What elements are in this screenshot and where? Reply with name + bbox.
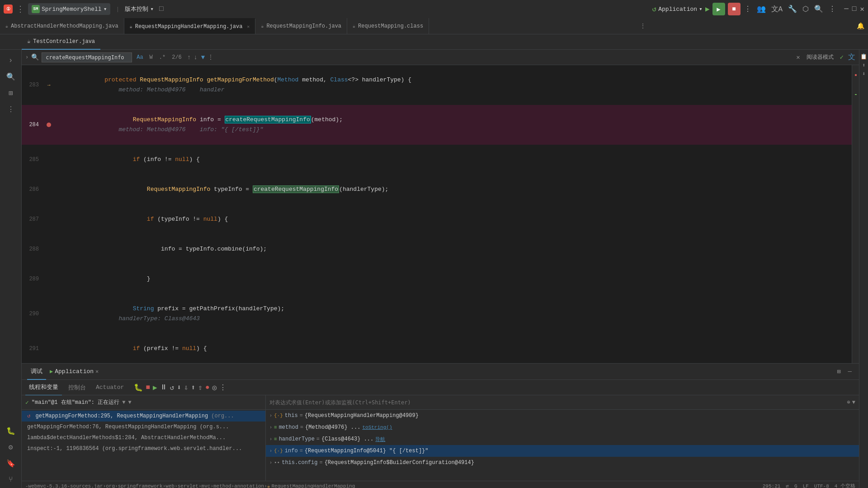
actuator-tab[interactable]: Actuator [92,379,127,396]
threads-vars-tab[interactable]: 线程和变量 [25,379,62,396]
tab2-test-controller[interactable]: ☕ TestController.java [22,34,100,50]
var-expand-method[interactable]: › [269,425,272,430]
search-more-icon[interactable]: ⋮ [208,53,214,61]
tab-close-icon[interactable]: ✕ [247,24,250,29]
var-method[interactable]: › ≡ method = {Method@4976} ... toString(… [266,422,859,433]
titlebar-dots-icon[interactable]: ⋮ [16,4,24,14]
expr-icon-copy[interactable]: ⊕ [847,399,850,406]
var-expand-config[interactable]: › [269,460,272,465]
run-action-icon[interactable]: ▶ [705,5,710,14]
var-expand-info[interactable]: › [269,449,272,454]
status-google-icon[interactable]: G [794,483,797,488]
breadcrumb-item-web[interactable]: web [165,483,175,488]
rs-icon-1[interactable]: 📋 [860,53,867,60]
rs-icon-3[interactable]: ⬇ [862,71,865,77]
var-handlertype[interactable]: › ≡ handlerType = {Class@4643} ... 导航 [266,433,859,445]
breadcrumb-item-springframework[interactable]: springframework [118,483,163,488]
debug-minimize-icon[interactable]: ─ [846,367,854,376]
var-expand-handlertype[interactable]: › [269,437,272,442]
status-encoding[interactable]: UTF-8 [814,483,829,488]
debug-tool-mute[interactable]: ◎ [212,383,217,392]
code-lines[interactable]: 283 → protected RequestMappingInfo getMa… [22,65,852,363]
search-input[interactable] [42,52,132,62]
notification-icon[interactable]: 🔔 [857,22,864,30]
breadcrumb-item-org[interactable]: org [106,483,115,488]
project-selector[interactable]: SM SpringMemoryShell ▾ [28,3,110,15]
debug-tool-stop[interactable]: ■ [146,384,150,392]
search-icon[interactable]: 🔍 [813,4,824,14]
frame-item-2[interactable]: lambda$detectHandlerMethods$1:284, Abstr… [22,432,265,443]
status-line-col[interactable]: 295:21 [763,483,781,488]
status-indent[interactable]: 4 个空格 [835,483,855,488]
breadcrumb-item-method[interactable]: method [213,483,231,488]
var-this[interactable]: › {·} this = {RequestMappingHandlerMappi… [266,410,859,422]
search-word-btn[interactable]: W [148,53,155,62]
breadcrumb-item-class[interactable]: ☕ RequestMappingHandlerMapping [267,483,355,488]
search-filter-icon[interactable]: ▼ [201,54,205,61]
expression-input[interactable] [269,399,845,406]
breadcrumb-item-jar[interactable]: -webmvc-5.3.16-sources.jar [25,483,103,488]
debug-tool-pause[interactable]: ⏸ [160,383,167,392]
var-nav-method[interactable]: toString() [362,425,392,430]
sidebar-search-icon[interactable]: 🔍 [4,70,18,84]
plugin-icon[interactable]: ⬡ [802,4,810,14]
tab-request-mapping-class[interactable]: ☕ RequestMapping.class [347,18,429,34]
search-down-btn[interactable]: ↓ [193,53,198,62]
run-button[interactable]: ▶ [712,3,725,15]
debug-tool-stepover[interactable]: ⬇ [177,383,181,392]
search-case-btn[interactable]: Aa [135,53,145,62]
frame-item-3[interactable]: inspect:-1, 1196836564 (org.springframew… [22,443,265,454]
minimize-button[interactable]: ─ [844,5,849,13]
search-up-btn[interactable]: ↑ [186,53,192,62]
status-sync-icon[interactable]: ⇄ [786,483,789,488]
debug-tool-stepout[interactable]: ⬆ [191,383,196,392]
tab-abstract-handler[interactable]: ☕ AbstractHandlerMethodMapping.java [0,18,124,34]
sidebar-structure-icon[interactable]: ⊞ [4,86,18,100]
translate2-icon[interactable]: 文 [848,52,855,62]
settings-more-icon[interactable]: ⋮ [828,4,837,14]
sidebar-expand-icon[interactable]: › [4,53,18,68]
tools-icon[interactable]: 🔧 [787,4,798,14]
maximize-button[interactable]: □ [852,5,857,13]
debug-tool-breakpoint[interactable]: ● [205,384,210,392]
var-expand-this[interactable]: › [269,413,272,418]
var-info[interactable]: › {·} info = {RequestMappingInfo@5041} "… [266,445,859,457]
expr-icon-dropdown[interactable]: ▼ [852,399,855,406]
sidebar-dots-icon[interactable]: ⋮ [4,102,18,117]
thread-filter-icon[interactable]: ▼ [122,399,125,406]
debug-tool-bug[interactable]: 🐛 [134,383,143,392]
search-close-icon[interactable]: ✕ [796,53,800,61]
window-icon[interactable]: □ [159,5,164,13]
frame-item-1[interactable]: getMappingForMethod:76, RequestMappingHa… [22,422,265,432]
var-config[interactable]: › •• this.config = {RequestMappingInfo$B… [266,457,859,469]
debug-tool-runtocu[interactable]: ⇧ [198,383,203,392]
close-button[interactable]: ✕ [860,5,864,14]
debug-tab-label[interactable]: 调试 [27,364,46,380]
run-config[interactable]: ↺ Application ▾ [652,5,703,14]
frame-item-0[interactable]: ↺ getMappingForMethod:295, RequestMappin… [22,411,265,422]
debug-tab-close[interactable]: ✕ [95,368,99,375]
search-collapse-icon[interactable]: › [25,54,28,61]
rs-icon-2[interactable]: ⬆ [862,62,865,69]
translate-icon[interactable]: 文A [770,4,784,15]
stop-button[interactable]: ■ [728,3,741,15]
titlebar-more-icon[interactable]: ⋮ [743,4,752,14]
console-tab[interactable]: 控制台 [65,379,90,396]
debug-tool-stepinto[interactable]: ⇩ [184,383,189,392]
search-regex-btn[interactable]: .* [157,53,167,62]
var-nav-handlertype[interactable]: 导航 [375,436,385,443]
debug-layout-icon[interactable]: ⊞ [835,367,842,376]
debug-tool-more[interactable]: ⋮ [219,383,226,392]
breadcrumb-item-mvc[interactable]: mvc [202,483,211,488]
debug-tool-restart[interactable]: ↺ [170,383,175,392]
debug-tool-resume[interactable]: ▶ [153,383,157,392]
status-line-ending[interactable]: LF [803,483,809,488]
breadcrumb-item-annotation[interactable]: annotation [234,483,264,488]
vcs-selector[interactable]: 版本控制 ▾ [125,5,154,13]
sidebar-git-icon[interactable]: ⑂ [4,473,18,487]
reader-mode-btn[interactable]: 阅读器模式 [807,53,834,61]
tab-request-mapping-info[interactable]: ☕ RequestMappingInfo.java [255,18,347,34]
breadcrumb-item-servlet[interactable]: servlet [178,483,198,488]
thread-dropdown-icon[interactable]: ▼ [128,399,131,406]
sidebar-debug-icon[interactable]: 🐛 [4,424,18,438]
